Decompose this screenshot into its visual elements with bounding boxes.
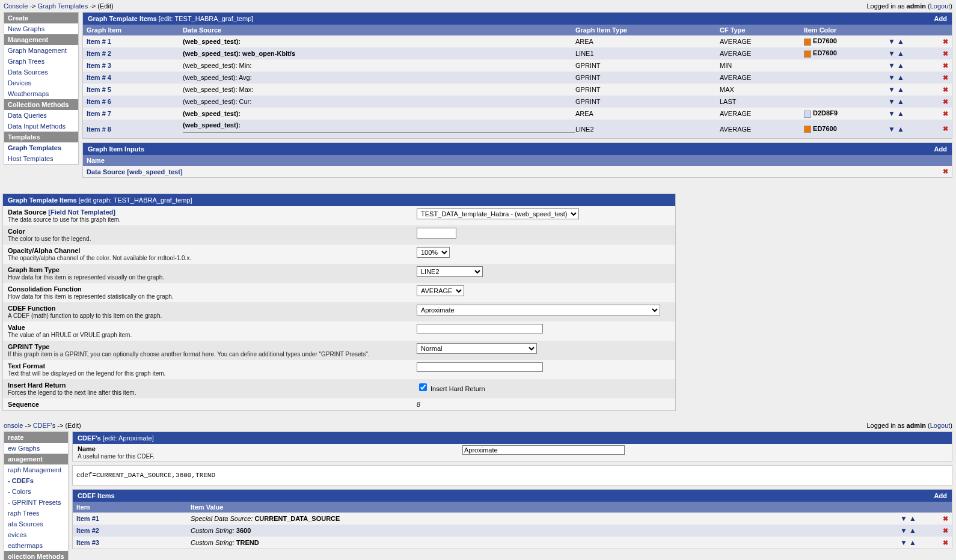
graph-item-cf: LAST — [720, 98, 804, 105]
cdef-function-select[interactable]: Aproximate — [417, 305, 660, 315]
sidebar2-data-sources[interactable]: ata Sources — [4, 519, 68, 529]
graph-item-row: Item # 5(web_speed_test): Max:GPRINTMAX▼… — [83, 84, 952, 96]
insert-hard-return-checkbox[interactable] — [419, 383, 427, 391]
cdef-item-link[interactable]: Item #2 — [76, 527, 99, 534]
graph-item-type-select[interactable]: LINE2 — [417, 266, 483, 277]
text-format-input[interactable] — [417, 362, 543, 372]
sidebar-item-weathermaps[interactable]: Weathermaps — [4, 88, 78, 99]
move-up-icon[interactable]: ▲ — [897, 125, 904, 133]
graph-item-link[interactable]: Item # 5 — [87, 86, 111, 93]
sidebar2-cdefs[interactable]: - CDEFs — [4, 475, 68, 486]
move-down-icon[interactable]: ▼ — [888, 109, 895, 118]
data-source-select[interactable]: TEST_DATA_template_Habra - (web_speed_te… — [417, 208, 579, 219]
sidebar-item-graph-trees[interactable]: Graph Trees — [4, 56, 78, 67]
delete-icon[interactable]: ✖ — [943, 110, 948, 117]
move-down-icon[interactable]: ▼ — [888, 49, 895, 58]
move-up-icon[interactable]: ▲ — [897, 73, 904, 82]
graph-input-row[interactable]: Data Source [web_speed_test] — [87, 168, 183, 175]
graph-item-link[interactable]: Item # 1 — [87, 38, 111, 45]
delete-icon[interactable]: ✖ — [943, 38, 948, 45]
sidebar-item-devices[interactable]: Devices — [4, 78, 78, 88]
sidebar-item-host-templates[interactable]: Host Templates — [4, 153, 78, 164]
cdef-name-input[interactable] — [462, 445, 625, 455]
add-graph-item-button[interactable]: Add — [934, 15, 947, 22]
color-swatch — [804, 50, 811, 58]
cdef-item-value: Custom String: 3600 — [191, 527, 900, 534]
logout-link[interactable]: Logout — [930, 2, 951, 10]
graph-item-link[interactable]: Item # 7 — [87, 110, 111, 117]
move-down-icon[interactable]: ▼ — [900, 526, 907, 535]
graph-item-link[interactable]: Item # 4 — [87, 74, 111, 81]
move-down-icon[interactable]: ▼ — [888, 73, 895, 82]
color-swatch — [804, 38, 811, 46]
sidebar2-graph-mgmt[interactable]: raph Management — [4, 464, 68, 475]
crumb-console[interactable]: Console — [4, 2, 28, 10]
sidebar2-create: reate — [4, 432, 68, 443]
delete-icon[interactable]: ✖ — [943, 125, 948, 132]
sidebar2-weathermaps[interactable]: eathermaps — [4, 540, 68, 551]
color-select[interactable]: ED7600 — [417, 228, 456, 239]
graph-item-type: AREA — [575, 38, 720, 45]
sidebar2-colors[interactable]: - Colors — [4, 486, 68, 497]
login-status: Logged in as admin (Logout) — [866, 2, 952, 10]
move-down-icon[interactable]: ▼ — [900, 514, 907, 523]
move-up-icon[interactable]: ▲ — [909, 526, 916, 535]
value-input[interactable] — [417, 324, 543, 333]
crumb-graph-templates[interactable]: Graph Templates — [38, 2, 88, 10]
delete-icon[interactable]: ✖ — [943, 98, 948, 105]
crumb-cdefs[interactable]: CDEF's — [33, 422, 56, 429]
graph-item-type: GPRINT — [575, 86, 720, 93]
graph-item-ds: (web_speed_test): — [183, 121, 575, 136]
move-up-icon[interactable]: ▲ — [897, 37, 904, 46]
sidebar2-graph-trees[interactable]: raph Trees — [4, 508, 68, 519]
delete-icon[interactable]: ✖ — [943, 539, 948, 546]
add-graph-input-button[interactable]: Add — [934, 145, 947, 153]
graph-item-ds: (web_speed_test): — [183, 38, 575, 45]
gprint-type-select[interactable]: Normal — [417, 343, 537, 354]
delete-icon[interactable]: ✖ — [943, 74, 948, 81]
move-down-icon[interactable]: ▼ — [900, 538, 907, 547]
sidebar-header-management: Management — [4, 34, 78, 45]
move-up-icon[interactable]: ▲ — [897, 97, 904, 106]
delete-icon[interactable]: ✖ — [943, 168, 948, 175]
move-up-icon[interactable]: ▲ — [909, 514, 916, 523]
delete-icon[interactable]: ✖ — [943, 86, 948, 93]
move-up-icon[interactable]: ▲ — [909, 538, 916, 547]
sidebar2-devices[interactable]: evices — [4, 529, 68, 540]
sidebar-item-data-input[interactable]: Data Input Methods — [4, 121, 78, 132]
graph-item-cf: AVERAGE — [720, 38, 804, 45]
cdef-item-link[interactable]: Item #1 — [76, 515, 99, 522]
move-up-icon[interactable]: ▲ — [897, 109, 904, 118]
graph-item-link[interactable]: Item # 3 — [87, 62, 111, 69]
sidebar-item-data-queries[interactable]: Data Queries — [4, 110, 78, 121]
move-down-icon[interactable]: ▼ — [888, 61, 895, 70]
graph-item-link[interactable]: Item # 2 — [87, 50, 111, 57]
crumb-console-2[interactable]: onsole — [4, 422, 23, 429]
move-down-icon[interactable]: ▼ — [888, 85, 895, 94]
delete-icon[interactable]: ✖ — [943, 50, 948, 57]
sidebar-item-graph-mgmt[interactable]: Graph Management — [4, 45, 78, 56]
graph-item-link[interactable]: Item # 8 — [87, 126, 111, 133]
move-up-icon[interactable]: ▲ — [897, 49, 904, 58]
sidebar2-new-graphs[interactable]: ew Graphs — [4, 443, 68, 454]
sidebar-item-graph-templates[interactable]: Graph Templates — [4, 142, 78, 153]
delete-icon[interactable]: ✖ — [943, 527, 948, 534]
logout-link-2[interactable]: Logout — [930, 422, 951, 429]
move-down-icon[interactable]: ▼ — [888, 37, 895, 46]
move-down-icon[interactable]: ▼ — [888, 125, 895, 133]
delete-icon[interactable]: ✖ — [943, 62, 948, 69]
opacity-select[interactable]: 100% — [417, 247, 450, 258]
add-cdef-item-button[interactable]: Add — [934, 492, 947, 499]
graph-item-link[interactable]: Item # 6 — [87, 98, 111, 105]
consolidation-select[interactable]: AVERAGE — [417, 285, 464, 296]
delete-icon[interactable]: ✖ — [943, 515, 948, 522]
graph-item-ds: (web_speed_test): Avg: — [183, 74, 575, 81]
cdef-item-link[interactable]: Item #3 — [76, 539, 99, 546]
move-up-icon[interactable]: ▲ — [897, 85, 904, 94]
sidebar-item-data-sources[interactable]: Data Sources — [4, 67, 78, 78]
move-down-icon[interactable]: ▼ — [888, 97, 895, 106]
move-up-icon[interactable]: ▲ — [897, 61, 904, 70]
sidebar-item-new-graphs[interactable]: New Graphs — [4, 23, 78, 34]
graph-item-cf: AVERAGE — [720, 110, 804, 117]
sidebar2-gprint[interactable]: - GPRINT Presets — [4, 497, 68, 508]
